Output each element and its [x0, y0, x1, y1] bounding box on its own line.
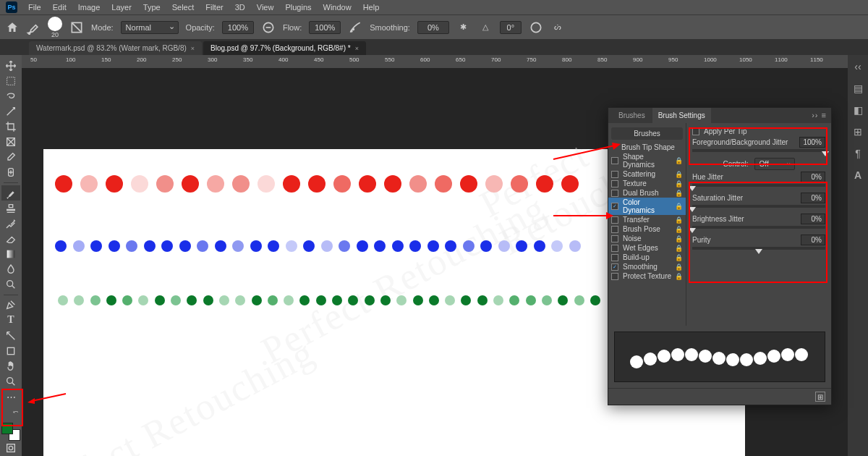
zoom-tool[interactable] — [1, 373, 20, 389]
brush-setting-row[interactable]: Shape Dynamics🔒 — [608, 152, 686, 169]
pen-tool[interactable] — [1, 297, 20, 313]
fg-color-swatch[interactable] — [1, 423, 13, 434]
brush-size-preview[interactable]: 20 — [48, 17, 62, 38]
color-swatches[interactable] — [1, 423, 20, 441]
menu-view[interactable]: View — [252, 1, 279, 13]
lock-icon[interactable]: 🔒 — [675, 235, 683, 242]
purity-value[interactable]: 0% — [801, 235, 825, 245]
angle-icon[interactable]: △ — [478, 20, 493, 35]
eraser-tool[interactable] — [1, 231, 20, 246]
panel-icon[interactable]: ▤ — [849, 80, 867, 97]
checkbox[interactable] — [611, 216, 618, 224]
paragraph-icon[interactable]: ¶ — [849, 145, 867, 162]
lock-icon[interactable]: 🔒 — [675, 245, 683, 252]
brush-tip-shape[interactable]: Brush Tip Shape — [608, 143, 686, 152]
menu-type[interactable]: Type — [138, 1, 166, 13]
menu-help[interactable]: Help — [358, 1, 385, 13]
brush-setting-row[interactable]: Color Dynamics🔒 — [608, 198, 686, 215]
symmetry-icon[interactable]: ᔖ — [550, 20, 565, 35]
move-tool[interactable] — [1, 58, 20, 73]
menu-plugins[interactable]: Plugins — [280, 1, 316, 13]
menu-filter[interactable]: Filter — [200, 1, 228, 13]
dodge-tool[interactable] — [1, 277, 20, 292]
edit-toolbar-icon[interactable]: ⋯ — [1, 389, 20, 405]
lock-icon[interactable]: 🔒 — [675, 216, 683, 224]
opacity-pressure-icon[interactable] — [261, 20, 276, 35]
new-preset-icon[interactable]: ⊞ — [815, 392, 825, 402]
tab-watermark[interactable]: Watermark.psd @ 83.2% (Water mark, RGB/8… — [29, 41, 202, 55]
lock-icon[interactable]: 🔒 — [675, 157, 683, 164]
control-select[interactable]: Off — [754, 158, 795, 170]
brush-setting-row[interactable]: Smoothing🔒 — [608, 262, 686, 271]
brightness-jitter-value[interactable]: 0% — [801, 214, 825, 224]
frame-tool[interactable] — [1, 135, 20, 150]
brush-setting-row[interactable]: Protect Texture🔒 — [608, 271, 686, 281]
pressure-size-icon[interactable] — [529, 20, 543, 35]
eyedropper-tool[interactable] — [1, 150, 20, 165]
lock-icon[interactable]: 🔒 — [675, 203, 683, 210]
brush-setting-row[interactable]: Dual Brush🔒 — [608, 188, 686, 198]
checkbox[interactable] — [611, 273, 618, 280]
brushes-header[interactable]: Brushes — [611, 127, 683, 140]
lock-icon[interactable]: 🔒 — [675, 226, 683, 233]
lasso-tool[interactable] — [1, 88, 20, 104]
brush-tool-icon[interactable] — [26, 20, 41, 35]
hue-jitter-slider[interactable] — [692, 184, 825, 187]
brush-setting-row[interactable]: Build-up🔒 — [608, 253, 686, 262]
checkbox[interactable] — [611, 190, 618, 197]
checkbox[interactable] — [611, 235, 618, 242]
tab-brush-settings[interactable]: Brush Settings — [652, 108, 711, 123]
menu-3d[interactable]: 3D — [230, 1, 250, 13]
hand-tool[interactable] — [1, 358, 20, 373]
checkbox[interactable] — [611, 263, 618, 271]
smoothing-options-icon[interactable]: ✱ — [456, 20, 471, 35]
panel-icon[interactable]: ⊞ — [849, 123, 867, 140]
character-icon[interactable]: A — [849, 166, 867, 184]
history-brush-tool[interactable] — [1, 216, 20, 231]
wand-tool[interactable] — [1, 104, 20, 119]
brush-setting-row[interactable]: Wet Edges🔒 — [608, 243, 686, 253]
checkbox[interactable] — [611, 245, 618, 252]
menu-select[interactable]: Select — [167, 1, 200, 13]
crop-tool[interactable] — [1, 119, 20, 135]
path-tool[interactable] — [1, 328, 20, 343]
checkbox[interactable] — [611, 254, 618, 261]
lock-icon[interactable]: 🔒 — [675, 254, 683, 261]
brightness-jitter-slider[interactable] — [692, 226, 825, 229]
lock-icon[interactable]: 🔒 — [675, 273, 683, 280]
checkbox[interactable] — [611, 171, 618, 178]
lock-icon[interactable]: 🔒 — [675, 180, 683, 187]
heal-tool[interactable] — [1, 165, 20, 180]
brush-setting-row[interactable]: Transfer🔒 — [608, 215, 686, 224]
collapse-icon[interactable]: ‹‹ — [849, 58, 867, 75]
checkbox[interactable] — [611, 180, 618, 187]
gradient-tool[interactable] — [1, 246, 20, 261]
tab-brushes[interactable]: Brushes — [613, 108, 651, 123]
home-icon[interactable] — [6, 21, 19, 34]
stamp-tool[interactable] — [1, 200, 20, 216]
smoothing-value[interactable]: 0% — [417, 21, 449, 34]
panel-collapse-icon[interactable]: ›› ≡ — [812, 111, 827, 119]
close-icon[interactable]: × — [355, 45, 359, 52]
brush-setting-row[interactable]: Brush Pose🔒 — [608, 224, 686, 234]
brush-setting-row[interactable]: Texture🔒 — [608, 179, 686, 188]
opacity-value[interactable]: 100% — [222, 21, 254, 34]
brush-panel-icon[interactable] — [69, 20, 84, 35]
saturation-jitter-slider[interactable] — [692, 205, 825, 208]
swap-colors-icon[interactable]: ⤺ — [1, 405, 20, 420]
menu-file[interactable]: File — [23, 1, 46, 13]
saturation-jitter-value[interactable]: 0% — [801, 193, 825, 203]
checkbox[interactable] — [611, 157, 618, 164]
panel-icon[interactable]: ◧ — [849, 101, 867, 119]
menu-image[interactable]: Image — [73, 1, 106, 13]
marquee-tool[interactable] — [1, 73, 20, 88]
fg-bg-jitter-slider[interactable] — [692, 149, 825, 152]
quickmask-icon[interactable] — [1, 441, 20, 456]
angle-value[interactable]: 0° — [500, 21, 522, 34]
brush-setting-row[interactable]: Scattering🔒 — [608, 169, 686, 179]
tab-blog[interactable]: Blog.psd @ 97.7% (Background, RGB/8#) *× — [203, 41, 366, 55]
menu-layer[interactable]: Layer — [106, 1, 137, 13]
shape-tool[interactable] — [1, 343, 20, 358]
airbrush-icon[interactable] — [348, 20, 362, 35]
lock-icon[interactable]: 🔒 — [675, 171, 683, 178]
